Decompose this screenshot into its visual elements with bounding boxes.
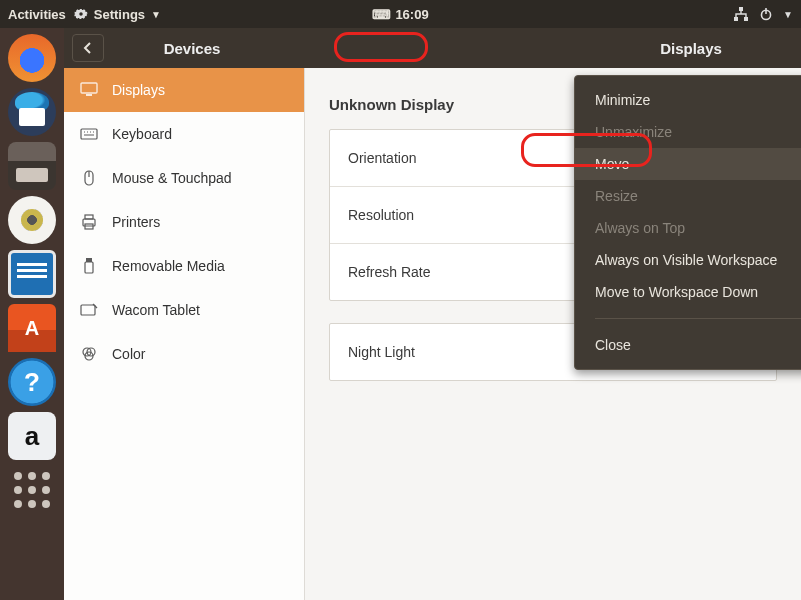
dock-rhythmbox[interactable] xyxy=(8,196,56,244)
dock-help[interactable]: ? xyxy=(8,358,56,406)
header-title-displays: Displays xyxy=(581,40,801,57)
sidebar-item-wacom[interactable]: Wacom Tablet xyxy=(64,288,304,332)
usb-icon xyxy=(80,257,98,275)
menu-resize: Resize xyxy=(575,180,801,212)
sidebar-item-label: Removable Media xyxy=(112,258,225,274)
menu-move[interactable]: Move xyxy=(575,148,801,180)
svg-rect-11 xyxy=(85,215,93,219)
top-bar: Activities Settings ▼ ⌨ 16:09 ▼ xyxy=(0,0,801,28)
menu-unmaximize: Unmaximize xyxy=(575,116,801,148)
menu-always-on-top: Always on Top xyxy=(575,212,801,244)
menu-move-workspace-down[interactable]: Move to Workspace Down xyxy=(575,276,801,308)
sidebar-item-printers[interactable]: Printers xyxy=(64,200,304,244)
sidebar-item-removable[interactable]: Removable Media xyxy=(64,244,304,288)
svg-rect-0 xyxy=(739,7,743,11)
launcher-dock: ? a xyxy=(0,28,64,600)
dock-firefox[interactable] xyxy=(8,34,56,82)
settings-headerbar: Devices Displays xyxy=(64,28,801,68)
row-label: Night Light xyxy=(348,344,415,360)
settings-window: Devices Displays Displays Keyboard Mouse… xyxy=(64,28,801,600)
sidebar-item-color[interactable]: Color xyxy=(64,332,304,376)
mouse-icon xyxy=(80,169,98,187)
chevron-down-icon[interactable]: ▼ xyxy=(783,9,793,20)
sidebar-item-label: Keyboard xyxy=(112,126,172,142)
menu-close[interactable]: Close xyxy=(575,329,801,361)
display-icon xyxy=(80,81,98,99)
dock-show-applications[interactable] xyxy=(8,466,56,514)
svg-rect-1 xyxy=(734,17,738,21)
svg-rect-13 xyxy=(86,258,92,262)
row-label: Orientation xyxy=(348,150,416,166)
menu-separator xyxy=(595,318,801,319)
dock-files[interactable] xyxy=(8,142,56,190)
settings-menu-label: Settings xyxy=(94,7,145,22)
activities-button[interactable]: Activities xyxy=(8,7,66,22)
color-icon xyxy=(80,345,98,363)
svg-rect-15 xyxy=(81,305,95,315)
sidebar-item-mouse[interactable]: Mouse & Touchpad xyxy=(64,156,304,200)
row-label: Refresh Rate xyxy=(348,264,430,280)
svg-rect-7 xyxy=(81,129,97,139)
network-icon[interactable] xyxy=(733,6,749,22)
menu-minimize[interactable]: Minimize xyxy=(575,84,801,116)
header-title-devices: Devices xyxy=(104,40,280,57)
sidebar-item-label: Wacom Tablet xyxy=(112,302,200,318)
svg-rect-2 xyxy=(744,17,748,21)
sidebar-item-label: Printers xyxy=(112,214,160,230)
keyboard-layout-icon: ⌨ xyxy=(372,7,389,22)
menu-visible-workspace[interactable]: Always on Visible Workspace xyxy=(575,244,801,276)
svg-rect-6 xyxy=(86,94,92,96)
sidebar-item-displays[interactable]: Displays xyxy=(64,68,304,112)
sidebar-item-keyboard[interactable]: Keyboard xyxy=(64,112,304,156)
clock[interactable]: ⌨ 16:09 xyxy=(372,7,428,22)
row-label: Resolution xyxy=(348,207,414,223)
back-button[interactable] xyxy=(72,34,104,62)
printer-icon xyxy=(80,213,98,231)
sidebar-item-label: Displays xyxy=(112,82,165,98)
gear-icon xyxy=(74,7,88,21)
dock-thunderbird[interactable] xyxy=(8,88,56,136)
dock-amazon[interactable]: a xyxy=(8,412,56,460)
window-context-menu: Minimize Unmaximize Move Resize Always o… xyxy=(574,75,801,370)
sidebar-item-label: Mouse & Touchpad xyxy=(112,170,232,186)
dock-software-center[interactable] xyxy=(8,304,56,352)
chevron-down-icon: ▼ xyxy=(151,9,161,20)
settings-sidebar: Displays Keyboard Mouse & Touchpad Print… xyxy=(64,68,305,600)
svg-rect-5 xyxy=(81,83,97,93)
power-icon[interactable] xyxy=(759,7,773,21)
keyboard-icon xyxy=(80,125,98,143)
dock-libreoffice-writer[interactable] xyxy=(8,250,56,298)
apps-grid-icon xyxy=(14,472,50,508)
tablet-icon xyxy=(80,301,98,319)
sidebar-item-label: Color xyxy=(112,346,145,362)
clock-text: 16:09 xyxy=(395,7,428,22)
svg-rect-14 xyxy=(85,262,93,273)
settings-app-menu[interactable]: Settings ▼ xyxy=(74,7,161,22)
